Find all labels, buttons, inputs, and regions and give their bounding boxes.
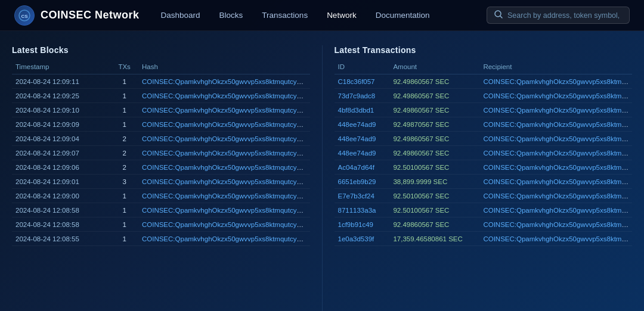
block-hash[interactable]: COINSEC:QpamkvhghOkzx50gwvvp5xs8ktmqutcy… [138,160,310,175]
block-timestamp: 2024-08-24 12:08:58 [12,203,110,217]
table-row: 448ee74ad9 92.49860567 SEC COINSEC:Qpamk… [335,132,633,146]
block-timestamp: 2024-08-24 12:09:00 [12,189,110,203]
block-txs: 2 [110,160,138,175]
tx-recipient[interactable]: COINSEC:QpamkvhghOkzx50gwvvp5xs8ktmqutcy… [479,103,632,117]
block-timestamp: 2024-08-24 12:09:09 [12,117,110,132]
table-row: 2024-08-24 12:09:04 2 COINSEC:QpamkvhghO… [12,132,310,146]
tx-recipient[interactable]: COINSEC:QpamkvhghOkzx50gwvvp5xs8ktmqutcy… [479,89,632,103]
blocks-col-timestamp: Timestamp [12,61,110,74]
block-hash[interactable]: COINSEC:QpamkvhghOkzx50gwvvp5xs8ktmqutcy… [138,217,310,232]
tx-recipient[interactable]: COINSEC:QpamkvhghOkzx50gwvvp5xs8ktmqutcy… [479,146,632,160]
tx-id[interactable]: 448ee74ad9 [335,146,390,160]
nav-transactions[interactable]: Transactions [262,8,308,22]
tx-recipient[interactable]: COINSEC:QpamkvhghOkzx50gwvvp5xs8ktmqutcy… [479,203,632,217]
tx-amount: 92.49860567 SEC [389,146,479,160]
nav-network[interactable]: Network [327,8,357,22]
blocks-col-hash: Hash [138,61,310,74]
tx-amount: 17,359.46580861 SEC [389,232,479,246]
table-row: 2024-08-24 12:08:58 1 COINSEC:QpamkvhghO… [12,203,310,217]
tx-recipient[interactable]: COINSEC:QpamkvhghOkzx50gwvvp5xs8ktmqutcy… [479,160,632,175]
nav-blocks[interactable]: Blocks [219,8,243,22]
block-txs: 1 [110,89,138,103]
svg-line-3 [500,16,502,18]
transactions-table-container: ID Amount Recipient C18c36f057 92.498605… [335,61,633,246]
tx-id[interactable]: 8711133a3a [335,203,390,217]
table-row: 448ee74ad9 92.49870567 SEC COINSEC:Qpamk… [335,117,633,132]
table-row: C18c36f057 92.49860567 SEC COINSEC:Qpamk… [335,74,633,89]
latest-blocks-title: Latest Blocks [12,45,310,55]
nav-documentation[interactable]: Documentation [376,8,430,22]
logo[interactable]: CS COINSEC Network [14,5,140,26]
table-row: 2024-08-24 12:09:00 1 COINSEC:QpamkvhghO… [12,189,310,203]
table-row: E7e7b3cf24 92.50100567 SEC COINSEC:Qpamk… [335,189,633,203]
table-row: 1e0a3d539f 17,359.46580861 SEC COINSEC:Q… [335,232,633,246]
table-row: 73d7c9adc8 92.49860567 SEC COINSEC:Qpamk… [335,89,633,103]
logo-icon: CS [14,5,35,26]
tx-recipient[interactable]: COINSEC:QpamkvhghOkzx50gwvvp5xs8ktmqutcy… [479,232,632,246]
nav-dashboard[interactable]: Dashboard [161,8,200,22]
tx-id[interactable]: 1cf9b91c49 [335,217,390,232]
tx-id[interactable]: 6651eb9b29 [335,175,390,189]
tx-amount: 38,899.9999 SEC [389,175,479,189]
block-timestamp: 2024-08-24 12:09:10 [12,103,110,117]
table-row: 2024-08-24 12:09:11 1 COINSEC:QpamkvhghO… [12,74,310,89]
block-hash[interactable]: COINSEC:QpamkvhghOkzx50gwvvp5xs8ktmqutcy… [138,189,310,203]
tx-amount: 92.50100567 SEC [389,203,479,217]
tx-recipient[interactable]: COINSEC:QpamkvhghOkzx50gwvvp5xs8ktmqutcy… [479,74,632,89]
table-row: 2024-08-24 12:09:09 1 COINSEC:QpamkvhghO… [12,117,310,132]
block-hash[interactable]: COINSEC:QpamkvhghOkzx50gwvvp5xs8ktmqutcy… [138,146,310,160]
block-timestamp: 2024-08-24 12:08:58 [12,217,110,232]
svg-text:CS: CS [21,14,28,19]
search-bar[interactable] [487,7,630,24]
table-row: 2024-08-24 12:09:25 1 COINSEC:QpamkvhghO… [12,89,310,103]
tx-amount: 92.49860567 SEC [389,132,479,146]
table-row: Ac04a7d64f 92.50100567 SEC COINSEC:Qpamk… [335,160,633,175]
table-row: 6651eb9b29 38,899.9999 SEC COINSEC:Qpamk… [335,175,633,189]
table-row: 8711133a3a 92.50100567 SEC COINSEC:Qpamk… [335,203,633,217]
search-input[interactable] [507,11,622,20]
block-txs: 1 [110,189,138,203]
block-hash[interactable]: COINSEC:QpamkvhghOkzx50gwvvp5xs8ktmqutcy… [138,232,310,246]
tx-id[interactable]: 448ee74ad9 [335,132,390,146]
tx-col-recipient: Recipient [479,61,632,74]
panel-divider [322,45,323,311]
block-hash[interactable]: COINSEC:QpamkvhghOkzx50gwvvp5xs8ktmqutcy… [138,175,310,189]
tx-id[interactable]: 1e0a3d539f [335,232,390,246]
block-hash[interactable]: COINSEC:QpamkvhghOkzx50gwvvp5xs8ktmqutcy… [138,203,310,217]
latest-transactions-panel: Latest Transactions ID Amount Recipient … [335,45,633,311]
tx-id[interactable]: 4bf8d3dbd1 [335,103,390,117]
tx-col-id: ID [335,61,390,74]
block-hash[interactable]: COINSEC:QpamkvhghOkzx50gwvvp5xs8ktmqutcy… [138,132,310,146]
latest-transactions-title: Latest Transactions [335,45,633,55]
block-hash[interactable]: COINSEC:QpamkvhghOkzx50gwvvp5xs8ktmqutcy… [138,117,310,132]
table-row: 2024-08-24 12:09:07 2 COINSEC:QpamkvhghO… [12,146,310,160]
tx-recipient[interactable]: COINSEC:QpamkvhghOkzx50gwvvp5xs8ktmqutcy… [479,175,632,189]
block-hash[interactable]: COINSEC:QpamkvhghOkzx50gwvvp5xs8ktmqutcy… [138,89,310,103]
navbar: CS COINSEC Network Dashboard Blocks Tran… [0,0,644,31]
block-timestamp: 2024-08-24 12:09:07 [12,146,110,160]
tx-id[interactable]: 73d7c9adc8 [335,89,390,103]
table-row: 2024-08-24 12:08:58 1 COINSEC:QpamkvhghO… [12,217,310,232]
table-row: 2024-08-24 12:09:10 1 COINSEC:QpamkvhghO… [12,103,310,117]
tx-id[interactable]: Ac04a7d64f [335,160,390,175]
block-hash[interactable]: COINSEC:QpamkvhghOkzx50gwvvp5xs8ktmqutcy… [138,103,310,117]
tx-amount: 92.50100567 SEC [389,160,479,175]
block-hash[interactable]: COINSEC:QpamkvhghOkzx50gwvvp5xs8ktmqutcy… [138,74,310,89]
latest-blocks-panel: Latest Blocks Timestamp TXs Hash 2024-08… [12,45,310,311]
block-timestamp: 2024-08-24 12:09:01 [12,175,110,189]
tx-recipient[interactable]: COINSEC:QpamkvhghOkzx50gwvvp5xs8ktmqutcy… [479,132,632,146]
block-txs: 2 [110,132,138,146]
search-icon [494,10,503,20]
tx-recipient[interactable]: COINSEC:QpamkvhghOkzx50gwvvp5xs8ktmqutcy… [479,117,632,132]
tx-recipient[interactable]: COINSEC:QpamkvhghOkzx50gwvvp5xs8ktmqutcy… [479,189,632,203]
tx-recipient[interactable]: COINSEC:QpamkvhghOkzx50gwvvp5xs8ktmqutcy… [479,217,632,232]
block-timestamp: 2024-08-24 12:08:55 [12,232,110,246]
tx-col-amount: Amount [389,61,479,74]
tx-id[interactable]: E7e7b3cf24 [335,189,390,203]
tx-id[interactable]: 448ee74ad9 [335,117,390,132]
nav-links: Dashboard Blocks Transactions Network Do… [161,8,487,22]
tx-amount: 92.49860567 SEC [389,89,479,103]
tx-id[interactable]: C18c36f057 [335,74,390,89]
block-txs: 3 [110,175,138,189]
block-timestamp: 2024-08-24 12:09:04 [12,132,110,146]
